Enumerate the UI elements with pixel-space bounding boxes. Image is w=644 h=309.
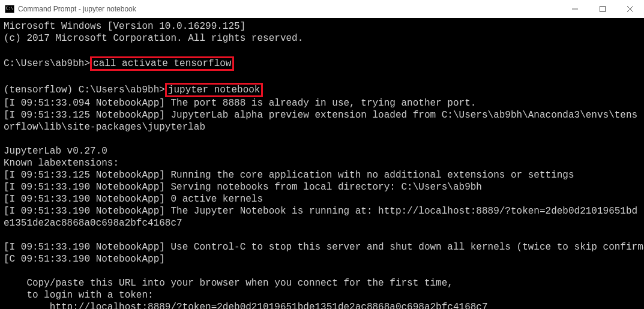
- output-line: [I 09:51:33.125 NotebookApp] Running the…: [4, 170, 574, 181]
- titlebar[interactable]: Command Prompt - jupyter notebook: [0, 0, 644, 18]
- output-line: Microsoft Windows [Version 10.0.16299.12…: [4, 21, 245, 32]
- close-button[interactable]: [616, 0, 644, 18]
- maximize-icon: [600, 6, 606, 12]
- output-line: Copy/paste this URL into your browser wh…: [4, 278, 453, 289]
- output-line: [I 09:51:33.125 NotebookApp] JupyterLab …: [4, 109, 640, 133]
- svg-rect-1: [600, 7, 606, 12]
- maximize-button[interactable]: [589, 0, 616, 18]
- terminal-output[interactable]: Microsoft Windows [Version 10.0.16299.12…: [0, 18, 644, 309]
- minimize-icon: [572, 6, 578, 12]
- command-prompt-window: Command Prompt - jupyter notebook Micros…: [0, 0, 644, 309]
- output-line: [C 09:51:33.190 NotebookApp]: [4, 254, 165, 265]
- window-controls: [561, 0, 644, 17]
- output-line: JupyterLab v0.27.0: [4, 146, 107, 157]
- window-title: Command Prompt - jupyter notebook: [18, 5, 136, 13]
- prompt-line: C:\Users\ab9bh>call activate tensorflow: [4, 58, 234, 69]
- output-line: Known labextensions:: [4, 158, 119, 169]
- output-line: http://localhost:8889/?token=2deb0d21019…: [4, 302, 488, 309]
- prompt-text: (tensorflow) C:\Users\ab9bh>: [4, 85, 165, 95]
- highlighted-command: call activate tensorflow: [90, 56, 234, 71]
- minimize-button[interactable]: [561, 0, 589, 18]
- output-line: [I 09:51:33.094 NotebookApp] The port 88…: [4, 98, 476, 109]
- prompt-text: C:\Users\ab9bh>: [4, 58, 90, 69]
- prompt-line: (tensorflow) C:\Users\ab9bh>jupyter note…: [4, 85, 263, 95]
- close-icon: [627, 6, 633, 12]
- output-line: [I 09:51:33.190 NotebookApp] Serving not…: [4, 182, 482, 193]
- output-line: to login with a token:: [4, 290, 154, 301]
- highlighted-command: jupyter notebook: [165, 83, 263, 97]
- output-line: (c) 2017 Microsoft Corporation. All righ…: [4, 33, 303, 44]
- output-line: [I 09:51:33.190 NotebookApp] 0 active ke…: [4, 194, 263, 205]
- output-line: [I 09:51:33.190 NotebookApp] Use Control…: [4, 242, 644, 253]
- output-line: [I 09:51:33.190 NotebookApp] The Jupyter…: [4, 205, 640, 229]
- cmd-icon: [5, 5, 14, 13]
